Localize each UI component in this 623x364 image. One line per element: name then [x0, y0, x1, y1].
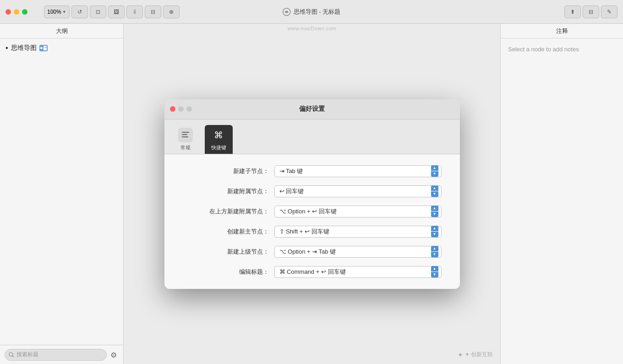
title-text: 思维导图 - 无标题	[294, 8, 341, 16]
dialog-minimize-button[interactable]	[178, 106, 184, 112]
shortcut-row-sibling-above: 在上方新建附属节点： ⌥ Option + ↩ 回车键 ▲ ▼	[183, 206, 442, 217]
stepper-up-sibling-above[interactable]: ▲	[431, 206, 438, 211]
shortcut-tab-icon: ⌘	[211, 128, 226, 142]
stepper-main[interactable]: ▲ ▼	[431, 226, 438, 237]
dialog-content: 新建子节点： ⇥ Tab 键 ▲ ▼ 新建附属节点：	[164, 154, 460, 289]
shortcut-row-main: 创建新主节点： ⇧ Shift + ↩ 回车键 ▲ ▼	[183, 226, 442, 238]
title-bar: 100% ▼ ↺ ⊡ 🖼 ⇩ ⊟ ⊕ 思维导图 - 无标题 ⬆ ⊟ ✎	[0, 0, 623, 24]
sidebar-title: 大纲	[56, 27, 68, 35]
dialog-overlay: 偏好设置 常规	[124, 24, 500, 364]
app-title: 思维导图 - 无标题	[283, 8, 341, 16]
stepper-down-edit[interactable]: ▼	[431, 272, 438, 277]
stepper-down-main[interactable]: ▼	[431, 232, 438, 237]
shortcut-label-child: 新建子节点：	[183, 167, 274, 175]
shortcut-label-sibling: 新建附属节点：	[183, 187, 274, 196]
notes-placeholder: Select a node to add notes	[501, 38, 623, 60]
sidebar: 大纲 • 思维导图	[0, 24, 124, 364]
notes-toggle-button[interactable]: ✎	[601, 5, 618, 18]
preferences-dialog: 偏好设置 常规	[164, 99, 460, 289]
bottom-watermark: ✦ ✦ 创新互联	[458, 351, 493, 359]
stepper-sibling[interactable]: ▲ ▼	[431, 185, 438, 197]
dialog-traffic-lights	[170, 106, 192, 112]
stepper-child[interactable]: ▲ ▼	[431, 165, 438, 177]
traffic-lights	[5, 9, 27, 15]
toolbar-btn-2[interactable]: ⊡	[90, 5, 106, 18]
stepper-up-edit[interactable]: ▲	[431, 266, 438, 272]
dialog-close-button[interactable]	[170, 106, 175, 112]
right-panel: 注释 Select a node to add notes	[500, 24, 623, 364]
shortcut-select-sibling[interactable]: ↩ 回车键 ▲ ▼	[274, 185, 442, 197]
brand-label: ✦ 创新互联	[465, 351, 493, 359]
notes-placeholder-text: Select a node to add notes	[508, 46, 579, 53]
shortcut-select-main[interactable]: ⇧ Shift + ↩ 回车键 ▲ ▼	[274, 226, 442, 238]
sidebar-content: • 思维导图	[0, 38, 123, 345]
bullet-icon: •	[5, 44, 8, 52]
app-logo-icon	[283, 8, 291, 16]
svg-rect-1	[40, 47, 42, 49]
shortcut-select-edit[interactable]: ⌘ Command + ↩ 回车键 ▲ ▼	[274, 266, 442, 278]
share-button[interactable]: ⬆	[564, 5, 581, 18]
list-item[interactable]: • 思维导图	[5, 43, 118, 53]
sidebar-header: 大纲	[0, 24, 123, 38]
search-placeholder: 搜索标题	[16, 351, 38, 359]
stepper-parent[interactable]: ▲ ▼	[431, 246, 438, 257]
shortcut-value-sibling: ↩ 回车键	[279, 187, 304, 196]
shortcut-row-parent: 新建上级节点： ⌥ Option + ⇥ Tab 键 ▲ ▼	[183, 246, 442, 258]
close-button[interactable]	[5, 9, 11, 15]
stepper-down-sibling[interactable]: ▼	[431, 191, 438, 197]
toolbar-btn-3[interactable]: 🖼	[108, 5, 125, 18]
dialog-title: 偏好设置	[299, 105, 325, 113]
stepper-down-parent[interactable]: ▼	[431, 252, 438, 257]
sidebar-footer: 搜索标题 ⚙	[0, 345, 123, 364]
toolbar-btn-4[interactable]: ⇩	[126, 5, 143, 18]
search-icon	[9, 352, 14, 358]
shortcut-row-child: 新建子节点： ⇥ Tab 键 ▲ ▼	[183, 165, 442, 177]
canvas-area[interactable]: www.macDown.com 偏好设置	[124, 24, 500, 364]
sidebar-toggle-button[interactable]: ⊟	[583, 5, 599, 18]
stepper-sibling-above[interactable]: ▲ ▼	[431, 206, 438, 217]
shortcut-label-edit: 编辑标题：	[183, 268, 274, 276]
svg-rect-11	[182, 132, 189, 133]
shortcut-select-parent[interactable]: ⌥ Option + ⇥ Tab 键 ▲ ▼	[274, 246, 442, 258]
svg-rect-13	[182, 136, 188, 137]
shortcut-label-sibling-above: 在上方新建附属节点：	[183, 207, 274, 216]
zoom-value: 100%	[47, 9, 61, 15]
shortcut-select-sibling-above[interactable]: ⌥ Option + ↩ 回车键 ▲ ▼	[274, 206, 442, 217]
shortcut-select-child[interactable]: ⇥ Tab 键 ▲ ▼	[274, 165, 442, 177]
shortcut-row-edit: 编辑标题： ⌘ Command + ↩ 回车键 ▲ ▼	[183, 266, 442, 278]
sidebar-item-label: 思维导图	[11, 44, 37, 52]
mindmap-icon	[39, 45, 48, 51]
tab-shortcuts[interactable]: ⌘ 快捷键	[205, 125, 233, 154]
tab-general[interactable]: 常规	[172, 125, 199, 154]
stepper-edit[interactable]: ▲ ▼	[431, 266, 438, 277]
svg-point-9	[9, 353, 13, 356]
stepper-up-sibling[interactable]: ▲	[431, 185, 438, 191]
toolbar-btn-5[interactable]: ⊟	[145, 5, 161, 18]
brand-icon: ✦	[458, 351, 463, 359]
right-panel-title: 注释	[556, 27, 568, 35]
shortcut-row-sibling: 新建附属节点： ↩ 回车键 ▲ ▼	[183, 185, 442, 197]
svg-rect-12	[182, 134, 187, 135]
zoom-control[interactable]: 100% ▼	[44, 5, 70, 18]
dialog-maximize-button[interactable]	[186, 106, 192, 112]
toolbar-btn-1[interactable]: ↺	[71, 5, 88, 18]
main-content: 大纲 • 思维导图	[0, 24, 623, 364]
search-box[interactable]: 搜索标题	[5, 349, 107, 361]
shortcut-value-child: ⇥ Tab 键	[279, 167, 303, 175]
toolbar-btn-6[interactable]: ⊕	[163, 5, 180, 18]
stepper-up-main[interactable]: ▲	[431, 226, 438, 231]
gear-icon[interactable]: ⚙	[110, 351, 119, 359]
maximize-button[interactable]	[22, 9, 27, 15]
shortcut-label-parent: 新建上级节点：	[183, 248, 274, 256]
stepper-down-child[interactable]: ▼	[431, 171, 438, 177]
minimize-button[interactable]	[14, 9, 19, 15]
svg-line-10	[12, 356, 14, 357]
stepper-down-sibling-above[interactable]: ▼	[431, 212, 438, 217]
shortcut-label-main: 创建新主节点：	[183, 228, 274, 236]
stepper-up-child[interactable]: ▲	[431, 165, 438, 171]
shortcut-value-parent: ⌥ Option + ⇥ Tab 键	[279, 248, 336, 256]
main-toolbar: 100% ▼ ↺ ⊡ 🖼 ⇩ ⊟ ⊕	[44, 5, 180, 18]
dialog-toolbar: 常规 ⌘ 快捷键	[164, 120, 460, 154]
stepper-up-parent[interactable]: ▲	[431, 246, 438, 251]
dialog-title-bar: 偏好设置	[164, 99, 460, 120]
